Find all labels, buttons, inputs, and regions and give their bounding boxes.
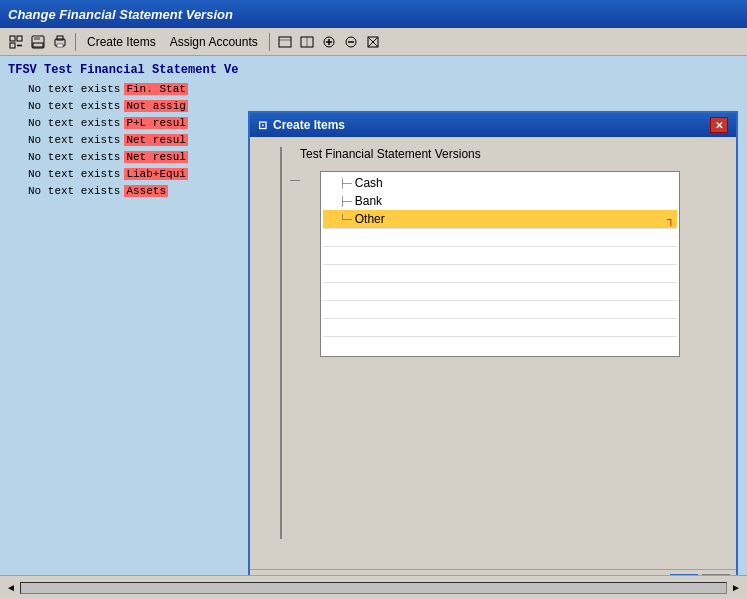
toolbar-icon3[interactable] bbox=[319, 32, 339, 52]
main-window: Change Financial Statement Version bbox=[0, 0, 747, 599]
svg-rect-2 bbox=[10, 43, 15, 48]
svg-rect-6 bbox=[33, 43, 43, 47]
nav-left-button[interactable]: ◄ bbox=[6, 582, 16, 593]
title-bar: Change Financial Statement Version bbox=[0, 0, 747, 28]
svg-rect-1 bbox=[17, 36, 22, 41]
empty-row-4 bbox=[323, 282, 677, 300]
modal-title-icon: ⊡ bbox=[258, 119, 267, 132]
tree-row-4-value: Net resul bbox=[124, 151, 187, 163]
tree-row-1-value: Not assig bbox=[124, 100, 187, 112]
modal-tree-container: ├─ Cash ├─ Bank bbox=[320, 171, 680, 357]
tree-connector-other: └─ bbox=[339, 214, 352, 224]
modal-close-button[interactable]: ✕ bbox=[710, 117, 728, 133]
window-title: Change Financial Statement Version bbox=[8, 7, 233, 22]
ok-button[interactable]: ✔ bbox=[670, 574, 698, 576]
modal-title: Create Items bbox=[273, 118, 345, 132]
cancel-button[interactable]: ✖ bbox=[702, 574, 730, 576]
modal-bottom-bar: ✔ ✖ bbox=[250, 569, 736, 575]
svg-rect-10 bbox=[279, 37, 291, 47]
tree-row-0-value: Fin. Stat bbox=[124, 83, 187, 95]
tree-row-5-value: Liab+Equi bbox=[124, 168, 187, 180]
nav-right-button[interactable]: ► bbox=[731, 582, 741, 593]
menu-create-items[interactable]: Create Items bbox=[81, 33, 162, 51]
tree-connector-cash: ├─ bbox=[339, 178, 352, 188]
svg-rect-9 bbox=[57, 44, 63, 47]
empty-row-6 bbox=[323, 318, 677, 336]
tree-row-6-value: Assets bbox=[124, 185, 168, 197]
toolbar-settings-icon[interactable] bbox=[6, 32, 26, 52]
modal-dialog: ⊡ Create Items ✕ Test Financial Statemen… bbox=[248, 111, 738, 575]
tree-header-label: TFSV Test Financial Statement Ve bbox=[8, 63, 238, 77]
tree-header-row: TFSV Test Financial Statement Ve bbox=[8, 64, 739, 80]
toolbar-save-icon[interactable] bbox=[28, 32, 48, 52]
modal-tree-header-text: Test Financial Statement Versions bbox=[300, 147, 481, 161]
tree-text-cash: Cash bbox=[355, 176, 383, 190]
tree-connector-bank: ├─ bbox=[339, 196, 352, 206]
tree-row-0-label: No text exists bbox=[28, 83, 120, 95]
modal-title-bar: ⊡ Create Items ✕ bbox=[250, 113, 736, 137]
empty-row-7 bbox=[323, 336, 677, 354]
tree-item-cash[interactable]: ├─ Cash bbox=[323, 174, 677, 192]
toolbar-separator2 bbox=[269, 33, 270, 51]
selected-marker: ┐ bbox=[667, 213, 675, 225]
empty-row-1 bbox=[323, 228, 677, 246]
toolbar-print-icon[interactable] bbox=[50, 32, 70, 52]
tree-text-other: Other bbox=[355, 212, 385, 226]
tree-vertical-line bbox=[280, 147, 282, 539]
tree-row-2-label: No text exists bbox=[28, 117, 120, 129]
empty-row-2 bbox=[323, 246, 677, 264]
tree-item-bank[interactable]: ├─ Bank bbox=[323, 192, 677, 210]
tree-item-other[interactable]: └─ Other ┐ bbox=[323, 210, 677, 228]
tree-row-6-label: No text exists bbox=[28, 185, 120, 197]
tree-row-3-value: Net resul bbox=[124, 134, 187, 146]
svg-rect-0 bbox=[10, 36, 15, 41]
svg-rect-5 bbox=[34, 36, 40, 40]
modal-tree-header: Test Financial Statement Versions bbox=[300, 147, 726, 161]
empty-row-3 bbox=[323, 264, 677, 282]
h-connector bbox=[290, 180, 300, 181]
menu-bar: Create Items Assign Accounts bbox=[0, 28, 747, 56]
toolbar-separator bbox=[75, 33, 76, 51]
tree-row-5-label: No text exists bbox=[28, 168, 120, 180]
tree-row-4-label: No text exists bbox=[28, 151, 120, 163]
toolbar-icon2[interactable] bbox=[297, 32, 317, 52]
tree-row-1-label: No text exists bbox=[28, 100, 120, 112]
content-area: TFSV Test Financial Statement Ve No text… bbox=[0, 56, 747, 575]
tree-text-bank: Bank bbox=[355, 194, 382, 208]
horizontal-scrollbar[interactable] bbox=[20, 582, 727, 594]
empty-row-5 bbox=[323, 300, 677, 318]
toolbar-icon4[interactable] bbox=[341, 32, 361, 52]
tree-row-0: No text exists Fin. Stat bbox=[8, 81, 739, 97]
modal-content: Test Financial Statement Versions ├─ Cas… bbox=[250, 137, 736, 569]
toolbar-icon5[interactable] bbox=[363, 32, 383, 52]
menu-assign-accounts[interactable]: Assign Accounts bbox=[164, 33, 264, 51]
toolbar-icon1[interactable] bbox=[275, 32, 295, 52]
tree-row-3-label: No text exists bbox=[28, 134, 120, 146]
status-bar: ◄ ► bbox=[0, 575, 747, 599]
tree-row-2-value: P+L resul bbox=[124, 117, 187, 129]
